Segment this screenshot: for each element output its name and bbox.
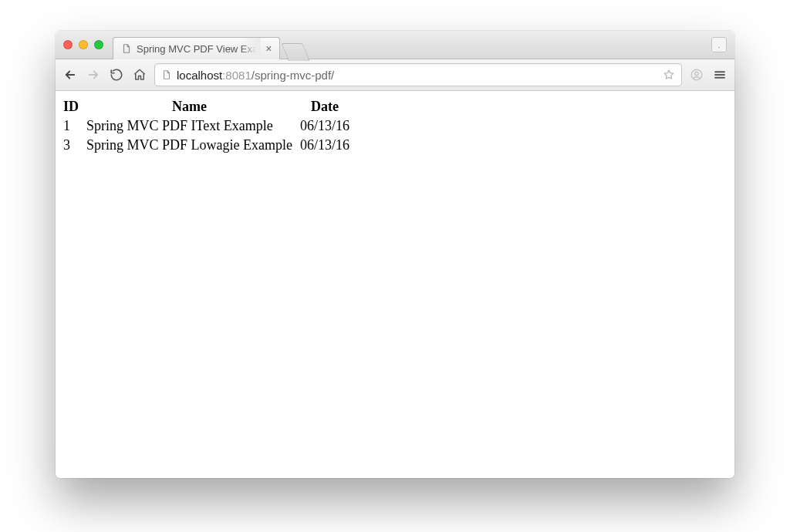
menu-button[interactable]	[713, 68, 727, 82]
cell-name: Spring MVC PDF IText Example	[86, 116, 300, 136]
url-text: localhost:8081/spring-mvc-pdf/	[177, 69, 658, 82]
table-row: 1 Spring MVC PDF IText Example 06/13/16	[63, 116, 357, 136]
minimize-window-button[interactable]	[79, 40, 88, 49]
col-id: ID	[63, 97, 86, 116]
page-icon	[161, 69, 172, 80]
browser-toolbar: localhost:8081/spring-mvc-pdf/	[56, 59, 734, 91]
data-table: ID Name Date 1 Spring MVC PDF IText Exam…	[63, 97, 357, 155]
tab-title: Spring MVC PDF View Exa	[137, 43, 258, 55]
col-date: Date	[300, 97, 357, 116]
zoom-window-button[interactable]	[94, 40, 103, 49]
window-titlebar: Spring MVC PDF View Exa × .	[56, 31, 734, 59]
nav-buttons	[63, 68, 147, 82]
url-host: localhost	[177, 69, 222, 82]
cell-id: 1	[63, 116, 86, 136]
cell-date: 06/13/16	[300, 116, 357, 136]
browser-tab-active[interactable]: Spring MVC PDF View Exa ×	[113, 37, 280, 59]
file-icon	[121, 43, 132, 54]
close-window-button[interactable]	[63, 40, 73, 49]
home-button[interactable]	[133, 68, 147, 82]
titlebar-extra-button[interactable]: .	[711, 37, 727, 52]
col-name: Name	[86, 97, 300, 116]
url-path: /spring-mvc-pdf/	[252, 69, 335, 82]
table-header-row: ID Name Date	[63, 97, 357, 116]
traffic-lights	[63, 40, 103, 49]
url-port: :8081	[222, 69, 252, 82]
forward-button[interactable]	[86, 68, 100, 82]
close-tab-button[interactable]: ×	[265, 43, 272, 54]
new-tab-button[interactable]	[282, 43, 310, 61]
address-bar[interactable]: localhost:8081/spring-mvc-pdf/	[154, 63, 682, 86]
back-button[interactable]	[63, 68, 77, 82]
page-content: ID Name Date 1 Spring MVC PDF IText Exam…	[56, 91, 734, 161]
svg-point-1	[695, 72, 699, 76]
reload-button[interactable]	[110, 68, 123, 82]
browser-window: Spring MVC PDF View Exa × .	[56, 31, 734, 478]
toolbar-right	[690, 68, 727, 82]
table-row: 3 Spring MVC PDF Lowagie Example 06/13/1…	[63, 136, 357, 155]
cell-name: Spring MVC PDF Lowagie Example	[86, 136, 300, 155]
bookmark-star-icon[interactable]	[663, 69, 675, 81]
profile-icon[interactable]	[690, 68, 704, 82]
cell-id: 3	[63, 136, 86, 155]
tab-strip: Spring MVC PDF View Exa ×	[113, 31, 306, 59]
cell-date: 06/13/16	[300, 136, 357, 155]
